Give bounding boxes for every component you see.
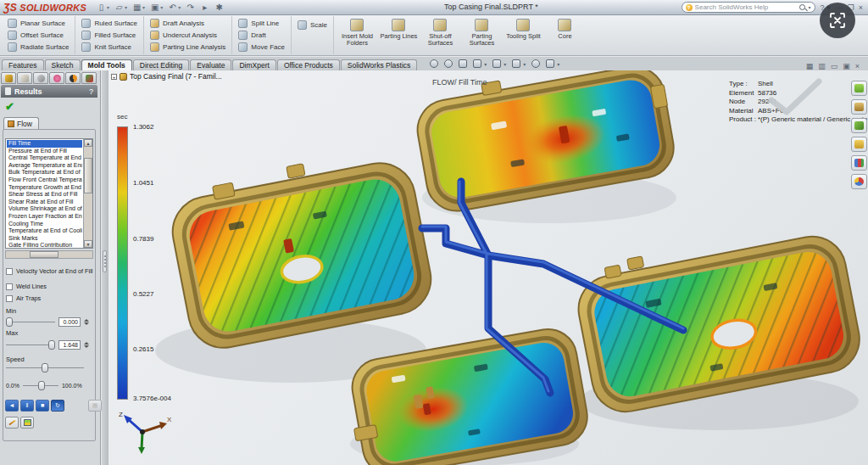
list-item[interactable]: Cooling Time (7, 221, 82, 228)
dimxpertmanager-tab[interactable] (49, 72, 64, 84)
capture-overlay-icon[interactable] (820, 3, 855, 38)
select-pointer-icon[interactable]: ▸ (198, 3, 211, 12)
scene-icon[interactable] (546, 59, 554, 68)
tab-mold-tools[interactable]: Mold Tools (81, 59, 132, 70)
checkbox-icon[interactable] (6, 268, 13, 275)
propertymanager-tab[interactable] (17, 72, 32, 84)
hand-file-icon[interactable] (851, 118, 867, 133)
viewport-single-icon[interactable]: ▦ (806, 62, 814, 70)
velocity-vector-checkbox[interactable]: Velocity Vector at End of Fill (6, 267, 92, 275)
speed-slider[interactable] (6, 367, 84, 368)
results-listbox[interactable]: Fill Time Pressure at End of Fill Centra… (5, 138, 93, 249)
pane-minimize-icon[interactable]: ▭ (831, 62, 838, 70)
green-panel-icon[interactable] (851, 81, 867, 96)
list-item[interactable]: Shear Rate at End of Fill (7, 199, 82, 206)
panel-splitter[interactable] (102, 70, 108, 465)
close-button[interactable]: × (859, 3, 863, 12)
featuremanager-tab[interactable] (1, 72, 16, 84)
core-button[interactable]: Core (545, 17, 585, 53)
scroll-up-icon[interactable]: ▲ (84, 139, 92, 147)
splitter-handle[interactable] (103, 250, 107, 272)
rewind-button[interactable]: ◄ (5, 400, 19, 412)
probe-button[interactable] (5, 417, 19, 429)
configurationmanager-tab[interactable] (33, 72, 48, 84)
min-value-field[interactable]: 0.000 (58, 317, 81, 327)
appearances-icon[interactable] (531, 59, 540, 68)
list-item[interactable]: Volume Shrinkage at End of Fill (7, 205, 82, 213)
draft-analysis-button[interactable]: Draft Analysis (150, 17, 225, 29)
display-style-icon[interactable] (492, 59, 501, 68)
list-item[interactable]: Temperature at End of Cooling (7, 227, 82, 235)
left-cavity-part[interactable] (164, 143, 437, 354)
parting-lines-button[interactable]: Parting Lines (379, 17, 419, 53)
open-icon[interactable]: ▱▾ (113, 3, 129, 12)
filled-surface-button[interactable]: Filled Surface (81, 29, 137, 41)
checkbox-icon[interactable] (6, 295, 13, 302)
graphics-viewport[interactable]: + Top Casing Final (7 - Famil... FLOW/ F… (108, 70, 868, 465)
air-traps-checkbox[interactable]: Air Traps (6, 294, 41, 302)
print-icon[interactable]: ▣▾ (148, 3, 164, 12)
vertical-scrollbar[interactable]: ▲ ▼ (83, 139, 92, 248)
min-slider-thumb[interactable] (6, 317, 13, 327)
weld-lines-checkbox[interactable]: Weld Lines (6, 283, 47, 290)
list-item[interactable]: Bulk Temperature at End of Fill (7, 169, 82, 176)
min-slider[interactable] (6, 322, 55, 322)
offset-surface-button[interactable]: Offset Surface (8, 29, 69, 41)
list-item[interactable]: Temperature Growth at End of (7, 184, 82, 192)
search-input[interactable]: ? Search SolidWorks Help ▾ (682, 2, 815, 13)
split-line-button[interactable]: Split Line (238, 17, 285, 29)
tooling-split-button[interactable]: Tooling Split (504, 17, 543, 53)
min-spinner[interactable] (84, 319, 89, 325)
new-icon[interactable]: ▯▾ (95, 3, 111, 12)
max-slider[interactable] (6, 345, 55, 345)
tab-dimxpert[interactable]: DimXpert (232, 59, 275, 70)
list-item[interactable]: Sink Marks (7, 235, 82, 243)
tab-solidworks-plastics[interactable]: SolidWorks Plastics (341, 59, 417, 70)
pane-close-icon[interactable]: × (855, 62, 860, 70)
search-dropdown-icon[interactable]: ▾ (809, 4, 811, 10)
confirm-check-icon[interactable] (761, 75, 829, 117)
parting-line-analysis-button[interactable]: Parting Line Analysis (150, 42, 225, 53)
search-icon[interactable] (799, 4, 805, 10)
radiate-surface-button[interactable]: Radiate Surface (8, 42, 69, 53)
range-slider-thumb[interactable] (38, 381, 45, 390)
section-view-icon[interactable] (459, 59, 467, 68)
ok-check-icon[interactable]: ✔ (5, 100, 14, 113)
range-slider[interactable] (23, 385, 58, 386)
redo-icon[interactable]: ↷ (184, 3, 197, 12)
undo-icon[interactable]: ↶▾ (166, 3, 182, 12)
feature-tree-root[interactable]: + Top Casing Final (7 - Famil... (111, 72, 222, 81)
list-item[interactable]: Pressure at End of Fill (7, 148, 82, 155)
list-item[interactable]: Average Temperature at End o (7, 162, 82, 170)
pane-restore-icon[interactable]: ▣ (843, 62, 850, 70)
scroll-down-icon[interactable]: ▼ (84, 240, 92, 248)
parting-surfaces-button[interactable]: Parting Surfaces (462, 17, 502, 53)
folder-icon[interactable] (851, 137, 867, 152)
scroll-thumb[interactable] (84, 158, 92, 193)
save-icon[interactable]: ▦▾ (131, 3, 147, 12)
list-item[interactable]: Shear Stress at End of Fill (7, 191, 82, 199)
ruled-surface-button[interactable]: Ruled Surface (81, 17, 137, 29)
tab-direct-editing[interactable]: Direct Editing (133, 59, 190, 70)
tab-sketch[interactable]: Sketch (45, 59, 81, 70)
list-item[interactable]: Gate Filling Contribution (7, 242, 82, 247)
stop-button[interactable]: ■ (36, 400, 49, 412)
tab-features[interactable]: Features (2, 59, 44, 70)
tab-evaluate[interactable]: Evaluate (190, 59, 231, 70)
knit-surface-button[interactable]: Knit Surface (81, 42, 137, 53)
zoom-area-icon[interactable] (444, 59, 453, 68)
view-orientation-icon[interactable] (473, 59, 481, 68)
list-item[interactable]: Central Temperature at End of (7, 154, 82, 162)
max-spinner[interactable] (84, 342, 89, 348)
speed-slider-thumb[interactable] (42, 363, 48, 373)
save-image-button[interactable] (20, 417, 34, 429)
horizontal-scrollbar[interactable] (5, 250, 93, 259)
loop-button[interactable]: ↻ (51, 400, 64, 412)
insert-mold-folders-button[interactable]: Insert Mold Folders (337, 17, 377, 53)
displaymanager-tab[interactable] (65, 72, 81, 84)
chart-icon[interactable] (851, 155, 867, 171)
planar-surface-button[interactable]: Planar Surface (8, 17, 69, 29)
zoom-fit-icon[interactable] (430, 59, 438, 68)
tab-office-products[interactable]: Office Products (277, 59, 340, 70)
scale-button[interactable]: Scale (298, 19, 327, 31)
